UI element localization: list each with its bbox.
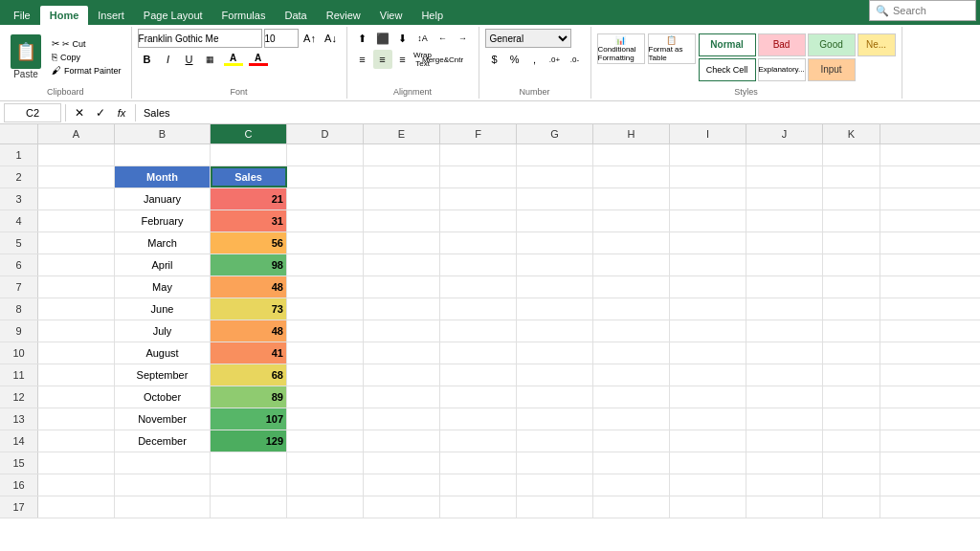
cell[interactable] (823, 452, 880, 474)
cell[interactable] (670, 364, 746, 386)
cell[interactable] (517, 166, 593, 187)
explanatory-style[interactable]: Explanatory... (758, 58, 806, 81)
cell[interactable] (517, 276, 593, 298)
cell[interactable] (670, 188, 746, 209)
cell[interactable] (287, 276, 364, 298)
cell[interactable] (746, 320, 823, 342)
cell[interactable] (287, 144, 364, 165)
cell[interactable] (823, 364, 880, 386)
cell[interactable] (670, 254, 746, 276)
tab-review[interactable]: Review (317, 6, 370, 25)
cell[interactable] (823, 320, 880, 342)
cell[interactable] (440, 342, 517, 364)
cut-button[interactable]: ✂ ✂ Cut (48, 37, 125, 50)
italic-button[interactable]: I (159, 50, 178, 69)
cell[interactable] (211, 452, 287, 474)
cell[interactable] (38, 430, 115, 452)
cell[interactable] (517, 474, 593, 496)
row-number[interactable]: 14 (0, 430, 38, 452)
cell[interactable] (440, 320, 517, 342)
cell-sales-value[interactable]: 31 (211, 210, 287, 231)
cell[interactable] (115, 496, 211, 518)
cell[interactable] (593, 320, 670, 342)
cell[interactable] (670, 452, 746, 474)
cell-month-value[interactable]: September (115, 364, 211, 386)
search-box[interactable]: 🔍 (869, 0, 976, 21)
cell-month-value[interactable]: April (115, 254, 211, 276)
cell[interactable] (364, 232, 440, 253)
cell-month-value[interactable]: August (115, 342, 211, 364)
row-number[interactable]: 10 (0, 342, 38, 364)
col-header-f[interactable]: F (440, 124, 517, 143)
cell[interactable] (823, 474, 880, 496)
cell[interactable] (670, 386, 746, 408)
cell[interactable] (38, 452, 115, 474)
col-header-c[interactable]: C (211, 124, 287, 143)
cell[interactable] (211, 144, 287, 165)
cell[interactable] (287, 364, 364, 386)
indent-increase-button[interactable]: → (454, 29, 473, 48)
cell[interactable] (517, 452, 593, 474)
cell[interactable] (593, 166, 670, 187)
align-bottom-button[interactable]: ⬇ (393, 29, 412, 48)
currency-button[interactable]: $ (485, 50, 504, 69)
cell[interactable] (440, 166, 517, 187)
cell[interactable] (364, 298, 440, 320)
cell[interactable] (746, 386, 823, 408)
bold-button[interactable]: B (138, 50, 157, 69)
align-middle-button[interactable]: ⬛ (373, 29, 392, 48)
cell[interactable] (287, 210, 364, 231)
cell[interactable] (211, 474, 287, 496)
cell-month[interactable]: Month (115, 166, 211, 187)
paste-button[interactable]: 📋 Paste (6, 32, 46, 82)
cell[interactable] (593, 188, 670, 209)
cell[interactable] (287, 166, 364, 187)
cell[interactable] (823, 276, 880, 298)
underline-button[interactable]: U (180, 50, 199, 69)
border-button[interactable]: ▦ (201, 50, 220, 69)
cell[interactable] (517, 496, 593, 518)
cell[interactable] (823, 408, 880, 430)
cell[interactable] (823, 188, 880, 209)
cell[interactable] (517, 188, 593, 209)
cell[interactable] (517, 254, 593, 276)
cell[interactable] (440, 188, 517, 209)
cell-sales-value[interactable]: 68 (211, 364, 287, 386)
cell[interactable] (38, 276, 115, 298)
cell-month-value[interactable]: November (115, 408, 211, 430)
tab-home[interactable]: Home (40, 6, 89, 25)
cell[interactable] (440, 496, 517, 518)
cell[interactable] (440, 430, 517, 452)
cell[interactable] (364, 408, 440, 430)
bad-style[interactable]: Bad (758, 33, 806, 56)
cell[interactable] (38, 232, 115, 253)
cell-sales-value[interactable]: 107 (211, 408, 287, 430)
cell[interactable] (364, 144, 440, 165)
cell[interactable] (593, 474, 670, 496)
cell-month-value[interactable]: January (115, 188, 211, 209)
cell[interactable] (823, 232, 880, 253)
row-number[interactable]: 17 (0, 496, 38, 518)
cell[interactable] (38, 342, 115, 364)
cell[interactable] (823, 496, 880, 518)
cell[interactable] (287, 452, 364, 474)
row-number[interactable]: 1 (0, 144, 38, 165)
cell[interactable] (440, 210, 517, 231)
cell-sales-value[interactable]: 21 (211, 188, 287, 209)
cell[interactable] (364, 474, 440, 496)
conditional-formatting-button[interactable]: 📊 Conditional Formatting (597, 33, 645, 64)
cell[interactable] (593, 364, 670, 386)
cell[interactable] (670, 474, 746, 496)
decimal-increase-button[interactable]: .0+ (546, 50, 565, 69)
cell[interactable] (38, 144, 115, 165)
cell[interactable] (746, 474, 823, 496)
cell[interactable] (364, 166, 440, 187)
format-as-table-button[interactable]: 📋 Format as Table (648, 33, 696, 64)
cell[interactable] (670, 276, 746, 298)
cell[interactable] (823, 430, 880, 452)
cell[interactable] (38, 386, 115, 408)
cell[interactable] (823, 342, 880, 364)
fill-color-button[interactable]: A (222, 50, 245, 69)
col-header-k[interactable]: K (823, 124, 880, 143)
cell[interactable] (517, 298, 593, 320)
